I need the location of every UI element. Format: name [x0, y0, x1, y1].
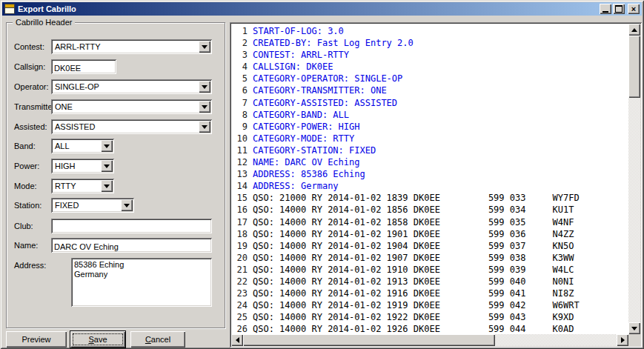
power-combo[interactable]: HIGH [51, 159, 114, 173]
line-text: QSO: 14000 RY 2014-01-02 1913 DK0EE 599 … [253, 276, 574, 287]
line-number: 15 [231, 192, 248, 204]
log-line: 9CATEGORY-POWER: HIGH [231, 121, 628, 133]
address-textarea[interactable]: 85386 Eching Germany [71, 258, 212, 307]
line-text: CATEGORY-ASSISTED: ASSISTED [253, 98, 397, 108]
line-number: 5 [231, 73, 248, 84]
line-text: QSO: 14000 RY 2014-01-02 1858 DK0EE 599 … [253, 217, 574, 227]
assisted-combo[interactable]: ASSISTED [51, 119, 212, 134]
maximize-button[interactable] [613, 4, 625, 14]
club-label: Club: [14, 222, 33, 230]
line-text: QSO: 14000 RY 2014-01-02 1901 DK0EE 599 … [253, 229, 574, 239]
line-text: QSO: 14000 RY 2014-01-02 1919 DK0EE 599 … [253, 300, 580, 310]
scroll-right-button[interactable] [617, 334, 628, 346]
line-number: 11 [231, 144, 248, 156]
row-transmitter: Transmitter: ONE [7, 99, 225, 114]
row-address: Address: 85386 Eching Germany [7, 258, 225, 307]
log-editor[interactable]: 1START-OF-LOG: 3.02CREATED-BY: Fast Log … [231, 24, 628, 334]
log-line: 10CATEGORY-MODE: RTTY [231, 133, 628, 144]
line-number: 1 [231, 25, 248, 37]
row-assisted: Assisted: ASSISTED [7, 119, 225, 134]
line-text: QSO: 14000 RY 2014-01-02 1922 DK0EE 599 … [253, 312, 574, 322]
triangle-down-icon [202, 85, 208, 89]
close-button[interactable]: × [628, 4, 640, 14]
line-number: 4 [231, 61, 248, 73]
line-text: QSO: 14000 RY 2014-01-02 1856 DK0EE 599 … [253, 205, 574, 215]
chevron-down-icon[interactable] [199, 121, 210, 133]
chevron-down-icon[interactable] [101, 140, 113, 152]
callsign-label: Callsign: [14, 62, 45, 71]
line-number: 9 [231, 121, 248, 133]
station-label: Station: [14, 201, 42, 210]
log-line: 24QSO: 14000 RY 2014-01-02 1919 DK0EE 59… [231, 299, 628, 311]
line-number: 16 [231, 204, 248, 216]
line-text: CATEGORY-POWER: HIGH [253, 122, 360, 132]
chevron-down-icon[interactable] [199, 81, 210, 93]
contest-label: Contest: [14, 42, 44, 51]
operator-value: SINGLE-OP [55, 82, 99, 91]
vertical-scroll-thumb[interactable] [628, 36, 640, 98]
line-number: 3 [231, 49, 248, 61]
band-combo[interactable]: ALL [51, 139, 114, 153]
cancel-button-label: Cancel [145, 335, 170, 344]
minimize-icon [602, 11, 608, 13]
line-text: QSO: 14000 RY 2014-01-02 1926 DK0EE 599 … [253, 324, 574, 334]
line-number: 10 [231, 133, 248, 144]
line-number: 8 [231, 109, 248, 121]
line-text: CONTEST: ARRL-RTTY [253, 50, 349, 60]
station-combo[interactable]: FIXED [51, 198, 134, 213]
line-number: 12 [231, 156, 248, 168]
chevron-down-icon[interactable] [121, 199, 133, 211]
band-value: ALL [55, 142, 70, 150]
log-line: 14ADDRESS: Germany [231, 180, 628, 192]
log-line: 15QSO: 21000 RY 2014-01-02 1839 DK0EE 59… [231, 192, 628, 204]
transmitter-value: ONE [55, 102, 73, 111]
horizontal-scrollbar[interactable] [231, 334, 628, 346]
chevron-down-icon[interactable] [199, 101, 210, 113]
line-number: 26 [231, 323, 248, 334]
app-icon [4, 4, 15, 14]
row-callsign: Callsign: [7, 59, 225, 74]
vertical-scrollbar[interactable] [628, 24, 640, 334]
cancel-button[interactable]: Cancel [130, 331, 185, 348]
chevron-down-icon[interactable] [101, 180, 113, 192]
line-number: 18 [231, 228, 248, 240]
line-text: ADDRESS: 85386 Eching [253, 169, 365, 179]
horizontal-scroll-thumb[interactable] [243, 334, 495, 346]
assisted-value: ASSISTED [55, 122, 95, 131]
line-text: QSO: 14000 RY 2014-01-02 1916 DK0EE 599 … [253, 288, 574, 299]
line-text: CATEGORY-TRANSMITTER: ONE [253, 85, 387, 96]
triangle-down-icon [631, 327, 637, 330]
maximize-icon [615, 5, 623, 13]
log-line: 2CREATED-BY: Fast Log Entry 2.0 [231, 37, 628, 49]
log-line: 22QSO: 14000 RY 2014-01-02 1913 DK0EE 59… [231, 276, 628, 287]
scroll-left-button[interactable] [231, 334, 243, 346]
chevron-down-icon[interactable] [101, 160, 113, 172]
save-button-label: Save [88, 335, 107, 344]
row-mode: Mode: RTTY [7, 179, 225, 193]
operator-combo[interactable]: SINGLE-OP [51, 79, 212, 94]
window-controls: × [600, 4, 640, 14]
log-line: 21QSO: 14000 RY 2014-01-02 1910 DK0EE 59… [231, 264, 628, 276]
minimize-button[interactable] [600, 4, 611, 14]
row-club: Club: [7, 219, 225, 233]
preview-button[interactable]: Preview [6, 331, 67, 348]
club-input[interactable] [51, 219, 212, 233]
row-power: Power: HIGH [7, 159, 225, 173]
save-button[interactable]: Save [70, 331, 125, 348]
mode-combo[interactable]: RTTY [51, 179, 114, 193]
titlebar[interactable]: Export Cabrillo × [2, 2, 642, 16]
line-text: CATEGORY-BAND: ALL [253, 110, 349, 120]
scroll-up-button[interactable] [628, 24, 640, 36]
line-text: QSO: 14000 RY 2014-01-02 1904 DK0EE 599 … [253, 241, 574, 251]
log-line: 18QSO: 14000 RY 2014-01-02 1901 DK0EE 59… [231, 228, 628, 240]
log-line: 13ADDRESS: 85386 Eching [231, 168, 628, 180]
transmitter-combo[interactable]: ONE [51, 99, 212, 114]
scroll-down-button[interactable] [628, 322, 640, 334]
chevron-down-icon[interactable] [199, 41, 210, 53]
triangle-down-icon [202, 45, 208, 49]
log-line: 7CATEGORY-ASSISTED: ASSISTED [231, 97, 628, 109]
name-input[interactable] [51, 238, 212, 253]
callsign-input[interactable] [51, 59, 116, 74]
contest-combo[interactable]: ARRL-RTTY [51, 39, 212, 54]
triangle-down-icon [104, 164, 110, 168]
